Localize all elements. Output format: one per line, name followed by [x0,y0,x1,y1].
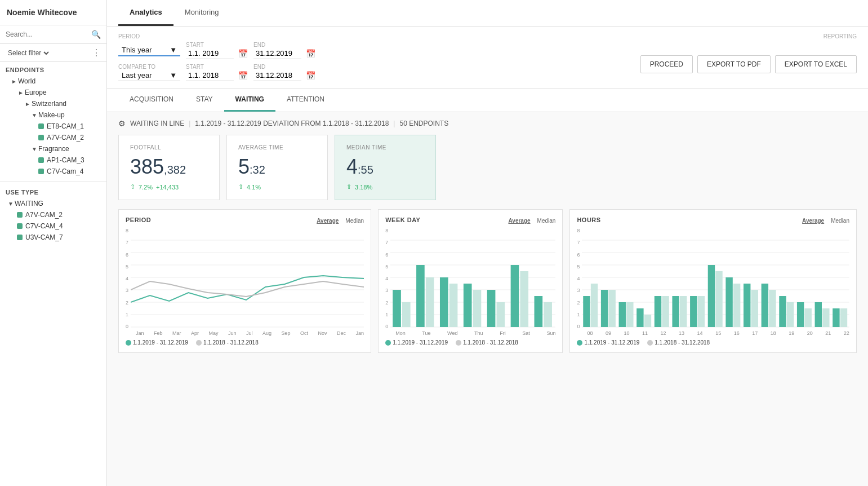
this-year-selector[interactable]: This year ▼ [118,45,180,56]
hours-chart: HOURS Average Median 8 7 6 5 4 3 2 1 0 [569,209,857,353]
x-label: 20 [807,330,813,336]
use-type-label: USE TYPE [0,184,106,198]
avg-time-main: 5 [238,155,250,178]
compare-end-input[interactable] [253,70,301,81]
up-arrow-icon: ⇧ [238,183,243,191]
median-legend-label: Median [831,218,849,224]
median-time-pct: 3.18% [355,184,372,191]
tree-item-ap1cam3[interactable]: AP1-CAM_3 [0,154,106,166]
week-chart-title: WEEK DAY [385,217,420,223]
tree-item-fragrance[interactable]: ▼ Fragrance [0,143,106,154]
tab-stay[interactable]: STAY [185,89,224,112]
tree-item-makeup[interactable]: ▼ Make-up [0,109,106,121]
tree-item-switzerland[interactable]: ► Switzerland [0,98,106,109]
week-y-axis: 8 7 6 5 4 3 2 1 0 [385,228,390,329]
tab-acquisition[interactable]: ACQUISITION [118,89,185,112]
tab-monitoring[interactable]: Monitoring [173,0,230,26]
y-label: 7 [126,240,128,245]
stat-footfall: FOOTFALL 385,382 ⇧ 7.2% +14,433 [118,135,220,200]
y-label: 5 [385,264,388,269]
last-year-selector[interactable]: Last year ▼ [118,70,180,81]
waiting-cam-u3v[interactable]: U3V-CAM_7 [6,232,106,243]
x-label: 09 [606,330,611,336]
end-date-input[interactable] [253,48,301,59]
y-label: 3 [577,288,580,293]
compare-start-row: 📅 [186,70,248,81]
y-label: 1 [126,312,128,317]
tree-label: C7V-CAM_4 [25,222,63,230]
tab-analytics[interactable]: Analytics [118,0,173,26]
reporting-right: REPORTING PROCEED EXPORT TO PDF EXPORT T… [640,33,857,73]
sub-tabs: ACQUISITION STAY WAITING ATTENTION [107,89,868,112]
search-input[interactable] [6,30,91,38]
compare-label-group: COMPARE TO Last year ▼ [118,64,180,81]
gear-icon[interactable]: ⚙ [118,119,126,128]
x-label: Jan [355,330,364,336]
tree-item-waiting[interactable]: ▼ WAITING [6,198,106,209]
y-label: 6 [385,252,388,258]
y-label: 6 [577,252,580,258]
x-label: Mar [172,330,181,336]
week-day-chart: WEEK DAY Average Median 8 7 6 5 4 3 2 1 … [378,209,563,353]
start-date-group: START 📅 [186,42,248,59]
svg-rect-65 [823,308,830,327]
svg-rect-63 [805,308,812,327]
filter-select[interactable]: Select filter [6,48,51,58]
x-label: Feb [154,330,163,336]
compare-end-group: END 📅 [253,64,315,81]
x-label: Nov [318,330,327,336]
x-label: Jun [228,330,237,336]
legend1: 1.1.2019 - 31.12.2019 [126,339,188,346]
period-reporting-section: PERIOD This year ▼ START 📅 END [107,26,868,89]
tree-item-europe[interactable]: ► Europe [0,87,106,98]
svg-rect-60 [780,296,786,327]
x-label: May [208,330,218,336]
stats-row: FOOTFALL 385,382 ⇧ 7.2% +14,433 AVERAGE … [107,135,868,209]
period-chart: PERIOD Average Median 8 7 6 5 4 3 2 1 0 [118,209,371,353]
period-chart-title: PERIOD [126,217,151,223]
waiting-cam-a7v[interactable]: A7V-CAM_2 [6,209,106,220]
tree-item-world[interactable]: ► World [0,76,106,87]
y-label: 1 [577,312,580,317]
y-label: 2 [577,300,580,306]
export-excel-button[interactable]: EXPORT TO EXCEL [775,55,857,73]
svg-rect-67 [840,308,847,327]
x-label: Jul [246,330,253,336]
last-year-label: Last year [122,71,152,79]
svg-rect-26 [511,265,519,327]
period-chart-footer: 1.1.2019 - 31.12.2019 1.1.2018 - 31.12.2… [126,339,364,346]
endpoints-label: ENDPOINTS [0,62,106,76]
expand-icon: ► [11,78,18,85]
x-label: Sun [546,330,555,336]
compare-start-input[interactable] [186,70,234,81]
svg-rect-61 [787,302,794,327]
tree-item-et8cam1[interactable]: ET8-CAM_1 [0,121,106,132]
section-header: ⚙ WAITING IN LINE | 1.1.2019 - 31.12.201… [107,112,868,135]
export-pdf-button[interactable]: EXPORT TO PDF [697,55,771,73]
tree-item-a7vcam2[interactable]: A7V-CAM_2 [0,132,106,143]
compare-end-calendar-button[interactable]: 📅 [306,71,315,80]
filter-options-icon[interactable]: ⋮ [92,47,101,58]
waiting-cam-c7v[interactable]: C7V-CAM_4 [6,220,106,232]
y-label: 6 [126,252,128,258]
x-label: Wed [447,330,457,336]
proceed-button[interactable]: PROCEED [640,55,693,73]
svg-rect-43 [627,302,634,327]
svg-rect-23 [473,290,482,327]
waiting-section: ▼ WAITING A7V-CAM_2 C7V-CAM_4 U3V-CAM_7 [0,198,106,243]
end-calendar-button[interactable]: 📅 [306,49,315,58]
x-label: 18 [771,330,776,336]
tree-label: C7V-Cam_4 [47,167,83,175]
y-label: 0 [126,324,128,329]
svg-rect-49 [680,296,687,327]
tree-item-c7vcam4[interactable]: C7V-Cam_4 [0,166,106,177]
y-label: 7 [577,240,580,245]
start-calendar-button[interactable]: 📅 [238,49,248,58]
expand-icon: ▼ [8,201,15,207]
compare-start-calendar-button[interactable]: 📅 [238,71,248,80]
start-date-input[interactable] [186,48,234,59]
svg-rect-48 [673,296,679,327]
compare-end-row: 📅 [253,70,315,81]
tab-waiting[interactable]: WAITING [224,89,275,112]
tab-attention[interactable]: ATTENTION [275,89,336,112]
